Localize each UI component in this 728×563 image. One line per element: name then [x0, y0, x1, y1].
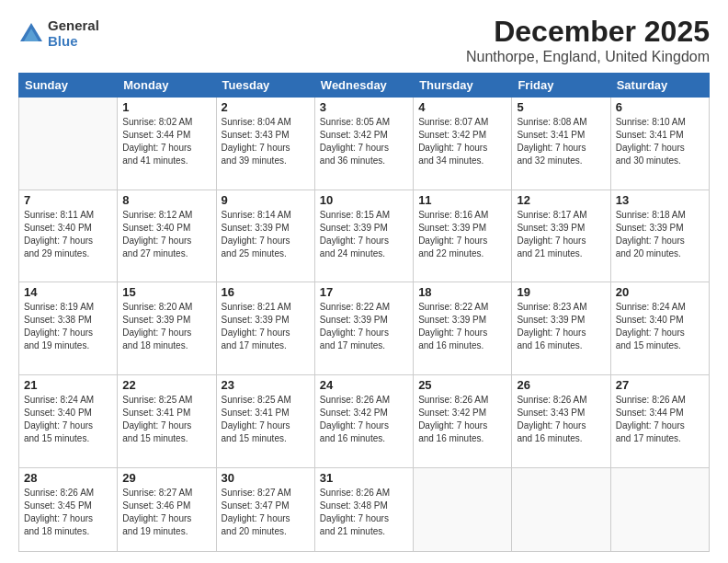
calendar-header-row: Sunday Monday Tuesday Wednesday Thursday… — [19, 74, 710, 98]
logo-icon — [18, 21, 44, 47]
day-info: Sunrise: 8:05 AM Sunset: 3:42 PM Dayligh… — [320, 116, 408, 167]
day-info: Sunrise: 8:10 AM Sunset: 3:41 PM Dayligh… — [616, 116, 704, 167]
day-info: Sunrise: 8:25 AM Sunset: 3:41 PM Dayligh… — [122, 394, 210, 445]
day-info: Sunrise: 8:12 AM Sunset: 3:40 PM Dayligh… — [122, 209, 210, 260]
day-number: 6 — [616, 100, 704, 114]
day-number: 14 — [24, 285, 112, 299]
logo: General Blue — [18, 18, 99, 49]
day-info: Sunrise: 8:22 AM Sunset: 3:39 PM Dayligh… — [320, 301, 408, 352]
table-row: 22Sunrise: 8:25 AM Sunset: 3:41 PM Dayli… — [118, 374, 216, 467]
table-row: 12Sunrise: 8:17 AM Sunset: 3:39 PM Dayli… — [512, 190, 610, 282]
table-row: 15Sunrise: 8:20 AM Sunset: 3:39 PM Dayli… — [118, 282, 216, 375]
table-row: 11Sunrise: 8:16 AM Sunset: 3:39 PM Dayli… — [414, 190, 512, 282]
day-info: Sunrise: 8:08 AM Sunset: 3:41 PM Dayligh… — [517, 116, 605, 167]
day-info: Sunrise: 8:26 AM Sunset: 3:44 PM Dayligh… — [616, 394, 704, 445]
day-info: Sunrise: 8:04 AM Sunset: 3:43 PM Dayligh… — [222, 116, 310, 167]
table-row: 5Sunrise: 8:08 AM Sunset: 3:41 PM Daylig… — [512, 98, 610, 190]
table-row: 29Sunrise: 8:27 AM Sunset: 3:46 PM Dayli… — [118, 467, 216, 552]
day-number: 24 — [320, 378, 408, 392]
main-title: December 2025 — [466, 15, 710, 49]
table-row: 31Sunrise: 8:26 AM Sunset: 3:48 PM Dayli… — [314, 467, 413, 552]
day-info: Sunrise: 8:21 AM Sunset: 3:39 PM Dayligh… — [222, 301, 310, 352]
table-row: 4Sunrise: 8:07 AM Sunset: 3:42 PM Daylig… — [414, 98, 512, 190]
table-row: 10Sunrise: 8:15 AM Sunset: 3:39 PM Dayli… — [314, 190, 413, 282]
table-row — [414, 467, 512, 552]
day-number: 11 — [418, 193, 506, 207]
table-row — [19, 98, 118, 190]
day-number: 7 — [24, 193, 112, 207]
header-friday: Friday — [512, 74, 610, 98]
day-info: Sunrise: 8:26 AM Sunset: 3:42 PM Dayligh… — [418, 394, 506, 445]
day-number: 30 — [222, 471, 310, 485]
day-info: Sunrise: 8:26 AM Sunset: 3:43 PM Dayligh… — [517, 394, 605, 445]
day-number: 23 — [222, 378, 310, 392]
day-info: Sunrise: 8:20 AM Sunset: 3:39 PM Dayligh… — [122, 301, 210, 352]
day-number: 17 — [320, 285, 408, 299]
header-tuesday: Tuesday — [216, 74, 314, 98]
day-info: Sunrise: 8:26 AM Sunset: 3:42 PM Dayligh… — [320, 394, 408, 445]
day-info: Sunrise: 8:16 AM Sunset: 3:39 PM Dayligh… — [418, 209, 506, 260]
day-info: Sunrise: 8:24 AM Sunset: 3:40 PM Dayligh… — [616, 301, 704, 352]
day-number: 31 — [320, 471, 408, 485]
day-number: 8 — [122, 193, 210, 207]
day-info: Sunrise: 8:02 AM Sunset: 3:44 PM Dayligh… — [122, 116, 210, 167]
day-number: 25 — [418, 378, 506, 392]
table-row: 23Sunrise: 8:25 AM Sunset: 3:41 PM Dayli… — [216, 374, 314, 467]
day-number: 21 — [24, 378, 112, 392]
table-row: 26Sunrise: 8:26 AM Sunset: 3:43 PM Dayli… — [512, 374, 610, 467]
page: General Blue December 2025 Nunthorpe, En… — [0, 0, 728, 563]
day-info: Sunrise: 8:26 AM Sunset: 3:45 PM Dayligh… — [24, 487, 112, 538]
day-number: 5 — [517, 100, 605, 114]
table-row: 13Sunrise: 8:18 AM Sunset: 3:39 PM Dayli… — [610, 190, 709, 282]
day-number: 26 — [517, 378, 605, 392]
table-row: 20Sunrise: 8:24 AM Sunset: 3:40 PM Dayli… — [610, 282, 709, 375]
day-number: 4 — [418, 100, 506, 114]
day-number: 10 — [320, 193, 408, 207]
table-row: 6Sunrise: 8:10 AM Sunset: 3:41 PM Daylig… — [610, 98, 709, 190]
day-info: Sunrise: 8:23 AM Sunset: 3:39 PM Dayligh… — [517, 301, 605, 352]
day-number: 28 — [24, 471, 112, 485]
table-row: 9Sunrise: 8:14 AM Sunset: 3:39 PM Daylig… — [216, 190, 314, 282]
day-number: 9 — [222, 193, 310, 207]
table-row: 17Sunrise: 8:22 AM Sunset: 3:39 PM Dayli… — [314, 282, 413, 375]
table-row: 21Sunrise: 8:24 AM Sunset: 3:40 PM Dayli… — [19, 374, 118, 467]
day-info: Sunrise: 8:27 AM Sunset: 3:46 PM Dayligh… — [122, 487, 210, 538]
table-row: 2Sunrise: 8:04 AM Sunset: 3:43 PM Daylig… — [216, 98, 314, 190]
header: General Blue December 2025 Nunthorpe, En… — [18, 15, 710, 65]
table-row: 19Sunrise: 8:23 AM Sunset: 3:39 PM Dayli… — [512, 282, 610, 375]
subtitle: Nunthorpe, England, United Kingdom — [466, 49, 710, 65]
day-info: Sunrise: 8:18 AM Sunset: 3:39 PM Dayligh… — [616, 209, 704, 260]
day-number: 29 — [122, 471, 210, 485]
day-number: 20 — [616, 285, 704, 299]
table-row: 8Sunrise: 8:12 AM Sunset: 3:40 PM Daylig… — [118, 190, 216, 282]
day-info: Sunrise: 8:24 AM Sunset: 3:40 PM Dayligh… — [24, 394, 112, 445]
table-row: 30Sunrise: 8:27 AM Sunset: 3:47 PM Dayli… — [216, 467, 314, 552]
day-info: Sunrise: 8:26 AM Sunset: 3:48 PM Dayligh… — [320, 487, 408, 538]
table-row: 7Sunrise: 8:11 AM Sunset: 3:40 PM Daylig… — [19, 190, 118, 282]
header-saturday: Saturday — [610, 74, 709, 98]
day-number: 27 — [616, 378, 704, 392]
day-number: 12 — [517, 193, 605, 207]
table-row — [610, 467, 709, 552]
day-number: 19 — [517, 285, 605, 299]
day-number: 3 — [320, 100, 408, 114]
day-info: Sunrise: 8:15 AM Sunset: 3:39 PM Dayligh… — [320, 209, 408, 260]
table-row: 18Sunrise: 8:22 AM Sunset: 3:39 PM Dayli… — [414, 282, 512, 375]
day-info: Sunrise: 8:07 AM Sunset: 3:42 PM Dayligh… — [418, 116, 506, 167]
header-monday: Monday — [118, 74, 216, 98]
table-row — [512, 467, 610, 552]
day-number: 2 — [222, 100, 310, 114]
day-number: 15 — [122, 285, 210, 299]
day-info: Sunrise: 8:25 AM Sunset: 3:41 PM Dayligh… — [222, 394, 310, 445]
day-info: Sunrise: 8:27 AM Sunset: 3:47 PM Dayligh… — [222, 487, 310, 538]
logo-text: General Blue — [48, 18, 99, 49]
day-number: 16 — [222, 285, 310, 299]
table-row: 14Sunrise: 8:19 AM Sunset: 3:38 PM Dayli… — [19, 282, 118, 375]
table-row: 1Sunrise: 8:02 AM Sunset: 3:44 PM Daylig… — [118, 98, 216, 190]
header-wednesday: Wednesday — [314, 74, 413, 98]
logo-blue: Blue — [48, 34, 99, 50]
calendar-table: Sunday Monday Tuesday Wednesday Thursday… — [18, 73, 710, 552]
day-number: 13 — [616, 193, 704, 207]
table-row: 16Sunrise: 8:21 AM Sunset: 3:39 PM Dayli… — [216, 282, 314, 375]
day-info: Sunrise: 8:11 AM Sunset: 3:40 PM Dayligh… — [24, 209, 112, 260]
